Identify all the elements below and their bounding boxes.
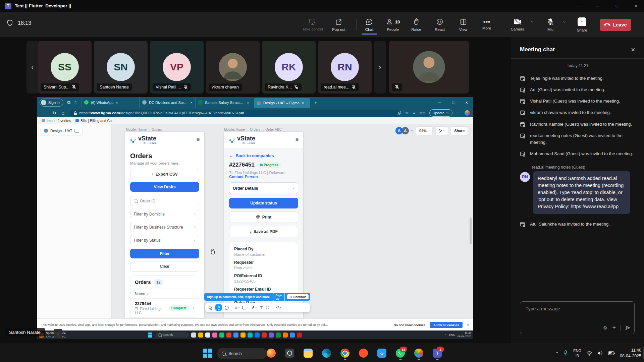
copilot-icon[interactable] — [465, 110, 470, 116]
people-button[interactable]: 10 People — [381, 15, 405, 35]
edge-icon[interactable] — [322, 349, 331, 358]
start-icon[interactable] — [148, 333, 153, 338]
browser-signin-button[interactable]: Sign in — [40, 99, 63, 107]
favorites-bookmark[interactable]: Bills | Billing and Co... — [75, 119, 114, 123]
filter-status-select[interactable]: Filter by Status › — [130, 235, 199, 245]
emoji-icon[interactable]: ☺ — [602, 325, 608, 331]
participant-tile[interactable]: RN read.ai mee... — [318, 41, 372, 94]
figma-share-button[interactable]: Share — [451, 126, 468, 135]
pinned-app-icon[interactable] — [255, 333, 260, 338]
pinned-app-icon[interactable] — [283, 333, 288, 338]
order-row[interactable]: 2279454 TL Flex Holdings LLC Complete › — [130, 298, 199, 317]
export-csv-button[interactable]: ↓ Export CSV — [130, 169, 199, 179]
read-aloud-icon[interactable]: A) — [397, 111, 401, 116]
extensions-icon[interactable]: ⟡ — [413, 111, 415, 115]
message-input[interactable] — [525, 306, 627, 312]
pinned-app-icon[interactable] — [233, 333, 238, 338]
shared-search-pill[interactable]: Search — [156, 332, 189, 338]
message-bubble[interactable]: Redberyl and Santosh added read.ai meeti… — [533, 171, 630, 214]
tab-close-icon[interactable]: × — [247, 101, 249, 105]
frame-breadcrumb[interactable]: Mobile: Home → Orders → Order ABC — [224, 128, 282, 131]
figma-file-chip[interactable]: Design - UAT — [41, 126, 82, 135]
collaborator-avatar[interactable]: A — [401, 127, 409, 134]
pinned-app-icon[interactable] — [219, 333, 224, 338]
filmstrip-scroll-left[interactable]: ‹ — [26, 41, 39, 94]
chevron-down-icon[interactable]: › — [410, 130, 415, 131]
camera-app-icon[interactable] — [285, 349, 294, 358]
start-button[interactable] — [203, 349, 212, 358]
allow-cookies-button[interactable]: Allow all cookies — [430, 322, 463, 328]
camera-button[interactable]: Camera — [506, 15, 529, 35]
sort-desc-icon[interactable]: ↓ — [147, 292, 149, 296]
canvas-scrollbar[interactable] — [470, 218, 472, 244]
comment-tool[interactable] — [225, 306, 229, 310]
whatsapp-icon[interactable]: 81 — [396, 349, 405, 358]
send-icon[interactable] — [625, 325, 631, 331]
chat-input-box[interactable]: ☺ + — [520, 301, 635, 334]
tab-close-icon[interactable]: × — [191, 101, 193, 105]
browser-maximize-button[interactable]: □ — [446, 97, 460, 108]
close-button[interactable]: × — [629, 0, 644, 12]
firefox-icon[interactable] — [267, 349, 276, 358]
browser-update-button[interactable]: Update ♡ — [429, 109, 452, 117]
filmstrip-scroll-right[interactable]: › — [374, 41, 386, 94]
pinned-app-icon[interactable] — [262, 333, 267, 338]
browser-minimize-button[interactable]: ─ — [433, 97, 446, 108]
pinned-app-icon[interactable] — [191, 333, 196, 338]
banner-signup-button[interactable]: Sign up — [273, 293, 285, 301]
shared-language-indicator[interactable]: ENG — [449, 334, 455, 337]
figma-canvas[interactable]: Design - UAT S A › 94% › › Share Mobile:… — [37, 124, 473, 318]
view-button[interactable]: View — [451, 15, 475, 35]
maximize-button[interactable]: □ — [609, 0, 625, 12]
shared-clock[interactable]: 11:40 08-04-2025 — [458, 331, 471, 339]
participant-tile[interactable]: RK Ravindra K... — [262, 41, 316, 94]
google-continue-button[interactable]: G Continue — [287, 294, 309, 299]
text-tool[interactable]: T — [260, 305, 263, 310]
taskbar-search[interactable]: Search — [217, 348, 267, 359]
participant-tile[interactable]: SS Shivani Sup... — [38, 41, 92, 94]
update-status-button[interactable]: Update status — [229, 198, 298, 208]
more-button[interactable]: ••• More — [475, 15, 498, 35]
refresh-icon[interactable]: ↻ — [52, 110, 56, 116]
hidden-icons-chevron[interactable]: ^ — [556, 351, 558, 356]
figma-frame-order-detail[interactable]: vStateFILINGS ≡ ← Back to companies #227… — [224, 132, 303, 318]
filter-business-select[interactable]: Filter by Business Structure › — [130, 222, 199, 232]
save-as-pdf-button[interactable]: ↓ Save as PDF — [229, 226, 298, 237]
chat-close-icon[interactable]: ✕ — [631, 47, 635, 53]
home-icon[interactable]: ⌂ — [62, 110, 64, 116]
vertical-tabs-icon[interactable]: ▯ — [74, 100, 76, 105]
pinned-app-icon[interactable] — [269, 333, 274, 338]
hamburger-menu-icon[interactable]: ≡ — [296, 137, 299, 143]
pinned-app-icon[interactable] — [198, 333, 203, 338]
clear-button[interactable]: Clear — [130, 261, 199, 272]
battery-icon[interactable] — [608, 351, 615, 355]
file-explorer-icon[interactable] — [304, 349, 313, 358]
order-row[interactable]: 2279451 TL Flex Holdings LLC Complete › — [130, 317, 199, 318]
order-id-input[interactable]: Order ID — [130, 196, 199, 206]
teams-taskbar-icon[interactable]: T 1 — [433, 349, 442, 358]
contact-person-link[interactable]: Contact-Person — [229, 175, 258, 179]
pinned-app-icon[interactable] — [290, 333, 295, 338]
browser-close-button[interactable]: × — [460, 97, 473, 108]
pinned-app-icon[interactable] — [212, 333, 217, 338]
back-to-companies-link[interactable]: ← Back to companies — [229, 148, 298, 158]
deny-cookies-button[interactable]: Do not allow cookies — [394, 323, 426, 327]
cookie-close-icon[interactable]: × — [467, 323, 469, 327]
shape-tool[interactable]: › — [243, 305, 248, 310]
settings-dots-icon[interactable]: ⋯ — [457, 111, 461, 115]
browser-tab[interactable]: Sample Salary Structure with calc × — [195, 97, 254, 108]
pinned-app-icon[interactable] — [240, 333, 246, 338]
hand-tool-active[interactable] — [215, 304, 222, 311]
language-indicator[interactable]: ENG IN — [573, 349, 581, 358]
tab-close-icon[interactable]: × — [302, 101, 304, 105]
pinned-app-icon[interactable] — [226, 333, 231, 338]
share-controls-expand[interactable]: + — [54, 329, 62, 338]
frame-breadcrumb[interactable]: Mobile: Home → Orders — [126, 128, 162, 131]
column-header-name[interactable]: Name — [135, 292, 145, 296]
frame-tool[interactable]: #› — [235, 305, 239, 310]
favorites-import[interactable]: Import favorites — [42, 119, 71, 123]
react-button[interactable]: React — [428, 15, 451, 35]
pinned-app-icon[interactable] — [248, 333, 253, 338]
resources-tool[interactable] — [266, 306, 270, 310]
new-tab-button[interactable]: + — [314, 100, 317, 105]
